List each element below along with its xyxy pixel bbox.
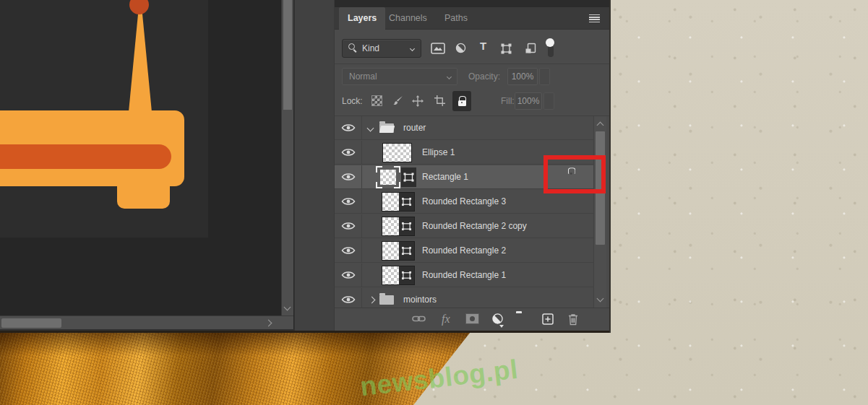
- eye-icon: [341, 197, 356, 206]
- layer-thumbnail[interactable]: [382, 217, 415, 236]
- blend-row: Normal Opacity: 100%: [335, 64, 609, 88]
- scroll-right-icon[interactable]: [265, 320, 272, 327]
- layer-row-group-mointors[interactable]: mointors: [335, 288, 593, 308]
- tab-layers[interactable]: Layers: [339, 7, 385, 30]
- delete-layer-button[interactable]: [568, 313, 578, 328]
- filter-toggle-switch[interactable]: [546, 38, 555, 58]
- new-adjustment-layer-button[interactable]: [492, 313, 503, 327]
- scroll-down-icon[interactable]: [284, 304, 291, 311]
- visibility-toggle[interactable]: [335, 141, 362, 164]
- layer-name[interactable]: Rectangle 1: [422, 165, 468, 189]
- tab-paths[interactable]: Paths: [444, 7, 468, 30]
- filter-pixel-layers-icon[interactable]: [431, 43, 445, 57]
- lock-row: Lock: Fill: 100%: [335, 88, 609, 114]
- eye-icon: [341, 271, 356, 279]
- layer-row-rounded-rectangle-1[interactable]: Rounded Rectangle 1: [335, 264, 593, 287]
- layer-thumbnail[interactable]: [382, 143, 412, 162]
- lock-image-brush-icon[interactable]: [392, 95, 403, 109]
- filter-smart-objects-icon[interactable]: [525, 43, 536, 57]
- photoshop-window: Layers Channels Paths Kind T: [0, 0, 609, 333]
- dock-strip: [294, 0, 334, 333]
- panel-tab-bar: Layers Channels Paths: [335, 7, 609, 30]
- group-folder-open-icon: [379, 123, 394, 133]
- eye-icon: [341, 148, 356, 157]
- panel-menu-icon[interactable]: [589, 14, 600, 22]
- add-layer-mask-button[interactable]: [465, 313, 479, 324]
- blend-mode-dropdown[interactable]: Normal: [342, 68, 457, 85]
- trash-icon: [568, 313, 578, 326]
- lock-position-move-icon[interactable]: [412, 95, 424, 109]
- layer-row-group-router[interactable]: router: [335, 116, 593, 140]
- visibility-toggle[interactable]: [335, 165, 362, 188]
- layer-thumbnail-checker: [380, 170, 396, 185]
- vector-mask-icon: [401, 167, 416, 187]
- visibility-toggle[interactable]: [335, 190, 362, 213]
- filter-type-layers-icon[interactable]: T: [480, 40, 486, 52]
- visibility-toggle[interactable]: [335, 214, 362, 238]
- layer-name[interactable]: Rounded Rectangle 3: [422, 190, 506, 214]
- opacity-dropdown-button[interactable]: [539, 68, 550, 85]
- opacity-value-field[interactable]: 100%: [507, 68, 538, 85]
- scroll-up-icon[interactable]: [597, 122, 604, 129]
- document-canvas[interactable]: [0, 0, 208, 238]
- scroll-down-icon[interactable]: [597, 295, 604, 302]
- visibility-toggle[interactable]: [335, 116, 362, 139]
- kind-label: Kind: [362, 40, 379, 57]
- layer-name[interactable]: mointors: [403, 288, 437, 308]
- expand-chevron-icon[interactable]: [369, 297, 376, 304]
- layer-style-button[interactable]: fx: [442, 313, 450, 326]
- layer-thumbnail-checker: [382, 193, 399, 211]
- canvas-vertical-scroll-thumb[interactable]: [283, 0, 292, 110]
- layer-row-rounded-rectangle-2-copy[interactable]: Rounded Rectangle 2 copy: [335, 214, 593, 238]
- layers-bottom-toolbar: fx: [335, 308, 609, 331]
- layer-row-rounded-rectangle-2[interactable]: Rounded Rectangle 2: [335, 239, 593, 263]
- layer-name[interactable]: Rounded Rectangle 2 copy: [422, 214, 527, 238]
- layer-name[interactable]: Ellipse 1: [422, 141, 455, 165]
- fill-value-field[interactable]: 100%: [515, 92, 542, 110]
- lock-transparency-icon[interactable]: [371, 95, 382, 106]
- lock-artboard-icon[interactable]: [434, 95, 445, 108]
- screenshot-root: Layers Channels Paths Kind T: [0, 0, 868, 405]
- canvas-horizontal-scrollbar[interactable]: [0, 315, 293, 329]
- vector-mask-icon: [399, 193, 414, 211]
- layer-thumbnail[interactable]: [382, 192, 415, 212]
- visibility-toggle[interactable]: [335, 288, 362, 308]
- chevron-down-icon: [410, 46, 415, 51]
- new-layer-button[interactable]: [542, 313, 554, 328]
- filter-shape-layers-icon[interactable]: [500, 43, 512, 58]
- lock-all-button-active[interactable]: [452, 91, 471, 111]
- layer-thumbnail-checker: [382, 217, 399, 235]
- layer-name[interactable]: router: [403, 116, 426, 140]
- red-highlight-box: [543, 155, 606, 193]
- layer-thumbnail-checker: [382, 266, 399, 284]
- window-right-edge: [609, 0, 611, 333]
- collapse-chevron-icon[interactable]: [367, 125, 374, 132]
- canvas-vertical-scrollbar[interactable]: [281, 0, 293, 315]
- layer-mask-icon: [465, 313, 479, 324]
- router-stripe-shape: [0, 144, 171, 169]
- layer-name[interactable]: Rounded Rectangle 2: [422, 239, 506, 263]
- tab-channels[interactable]: Channels: [389, 7, 427, 30]
- router-foot-shape: [117, 186, 170, 209]
- visibility-toggle[interactable]: [335, 264, 362, 287]
- adjustment-icon: [492, 313, 503, 324]
- layer-thumbnail-selected[interactable]: [376, 166, 416, 188]
- link-layers-button[interactable]: [412, 313, 426, 326]
- router-antenna-shape: [129, 11, 152, 112]
- fill-dropdown-button[interactable]: [543, 92, 554, 110]
- eye-icon: [341, 295, 356, 304]
- lock-label: Lock:: [342, 88, 363, 114]
- canvas-horizontal-scroll-thumb[interactable]: [1, 318, 61, 328]
- layer-thumbnail[interactable]: [382, 241, 415, 261]
- layer-list-scrollbar[interactable]: [593, 116, 606, 308]
- visibility-toggle[interactable]: [335, 239, 362, 262]
- filter-kind-dropdown[interactable]: Kind: [342, 39, 421, 58]
- opacity-label: Opacity:: [468, 64, 500, 89]
- eye-icon: [341, 246, 356, 255]
- layer-thumbnail[interactable]: [382, 266, 415, 285]
- filter-adjustment-layers-icon[interactable]: [455, 43, 466, 56]
- blend-mode-value: Normal: [349, 71, 377, 82]
- layer-thumbnail-checker: [382, 242, 399, 260]
- window-bottom-edge: [0, 331, 609, 333]
- layer-name[interactable]: Rounded Rectangle 1: [422, 264, 506, 287]
